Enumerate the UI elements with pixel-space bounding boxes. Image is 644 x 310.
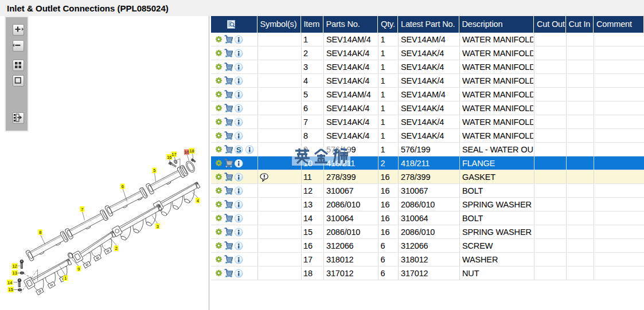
svg-text:18: 18 <box>189 148 194 154</box>
svg-text:8: 8 <box>39 230 41 235</box>
svg-text:10: 10 <box>184 150 189 155</box>
svg-text:12: 12 <box>13 264 17 269</box>
svg-text:15: 15 <box>9 287 13 292</box>
svg-text:7: 7 <box>81 207 83 212</box>
svg-text:4: 4 <box>197 198 199 203</box>
svg-text:5: 5 <box>153 168 155 173</box>
svg-text:6: 6 <box>122 184 124 189</box>
svg-text:9: 9 <box>77 266 80 272</box>
svg-text:3: 3 <box>157 224 159 229</box>
svg-text:13: 13 <box>13 270 17 276</box>
svg-text:14: 14 <box>7 280 12 285</box>
svg-text:1: 1 <box>64 276 67 281</box>
svg-text:16: 16 <box>167 155 171 160</box>
svg-text:17: 17 <box>171 152 176 157</box>
svg-text:2: 2 <box>115 246 118 251</box>
